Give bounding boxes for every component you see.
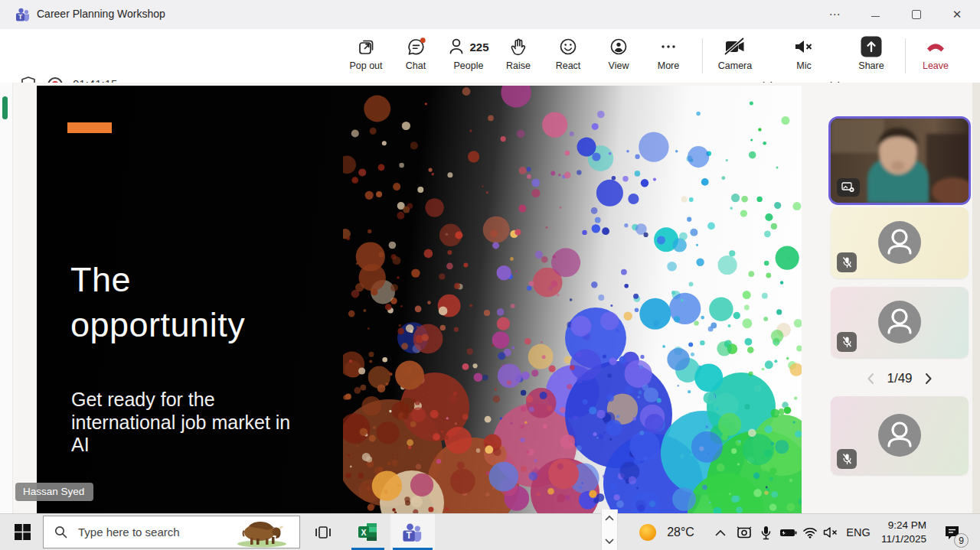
chat-button[interactable]: Chat: [391, 35, 440, 78]
background-scrollbar[interactable]: [601, 509, 618, 550]
right-edge-strip: [972, 83, 980, 513]
toolbar-divider: [702, 38, 703, 73]
bison-illustration-icon[interactable]: [230, 517, 293, 548]
search-icon: [54, 526, 67, 539]
windows-logo-icon: [15, 524, 31, 540]
slide-title: The opportunity: [70, 257, 300, 348]
more-label: More: [658, 60, 679, 71]
participant-tile[interactable]: [831, 287, 969, 358]
window-maximize-button[interactable]: [899, 0, 934, 29]
taskbar-search[interactable]: [43, 516, 300, 548]
toolbar-divider-2: [905, 38, 906, 73]
slide-accent-bar: [67, 122, 112, 133]
view-label: View: [609, 60, 629, 71]
presenter-name-label: Hassan Syed: [15, 483, 93, 501]
pager-next-icon[interactable]: [925, 373, 933, 385]
windows-taskbar: X T 28°C: [0, 513, 980, 550]
left-edge-strip: [0, 83, 13, 513]
window-close-button[interactable]: ✕: [939, 0, 975, 29]
teams-meeting-window: T Career Planning Workshop ⋯ ✕ 01:41:15 …: [0, 0, 980, 550]
share-icon: [860, 35, 883, 58]
tray-microphone-icon[interactable]: [756, 514, 775, 550]
participant-tile[interactable]: [831, 207, 969, 278]
tray-volume-muted-icon[interactable]: [820, 514, 841, 550]
taskbar-excel-button[interactable]: X: [349, 514, 386, 550]
people-icon: [448, 37, 466, 57]
paint-splatter-artwork: [343, 86, 802, 513]
chat-label: Chat: [406, 60, 426, 71]
teams-logo-icon: T: [15, 7, 31, 22]
react-label: React: [556, 60, 581, 71]
leave-button[interactable]: Leave: [911, 35, 960, 78]
view-button[interactable]: View: [594, 35, 643, 78]
chat-icon: [406, 35, 426, 58]
notification-count-badge[interactable]: 9: [954, 533, 969, 548]
raise-hand-button[interactable]: Raise: [494, 35, 543, 78]
presenter-video-tile[interactable]: [828, 116, 971, 205]
tray-battery-icon[interactable]: [776, 514, 799, 550]
window-more-button[interactable]: ⋯: [817, 0, 852, 29]
scroll-up-icon[interactable]: [605, 515, 614, 521]
window-minimize-button[interactable]: [858, 0, 893, 29]
participant-muted-badge: [837, 449, 857, 469]
mic-off-icon: [841, 453, 853, 465]
scroll-down-icon[interactable]: [605, 539, 614, 545]
close-icon: ✕: [952, 8, 962, 21]
participant-tile[interactable]: [831, 396, 969, 475]
search-input[interactable]: [77, 525, 225, 539]
share-button[interactable]: Share: [847, 35, 896, 78]
tray-camera-in-use-icon[interactable]: [733, 514, 755, 550]
participants-pager: 1/49: [831, 367, 969, 390]
svg-text:X: X: [361, 528, 366, 537]
mic-off-icon: [841, 256, 853, 268]
camera-button[interactable]: Camera: [710, 35, 760, 78]
camera-label: Camera: [718, 60, 752, 71]
title-bar: T Career Planning Workshop ⋯ ✕: [0, 0, 980, 30]
popout-icon: [357, 35, 376, 58]
participant-avatar-icon: [878, 414, 921, 457]
meeting-toolbar: 01:41:15 Pop out Chat 225 People: [0, 29, 980, 83]
chevron-up-icon: [715, 529, 726, 536]
people-label: People: [454, 60, 484, 71]
camera-off-icon: [724, 35, 746, 58]
start-button[interactable]: [6, 514, 38, 550]
participant-avatar-icon: [878, 301, 921, 343]
tray-hidden-icons-button[interactable]: [710, 514, 730, 550]
taskbar-teams-button[interactable]: T: [390, 514, 435, 550]
task-view-button[interactable]: [308, 514, 338, 550]
react-button[interactable]: React: [544, 35, 593, 78]
presentation-slide: The opportunity Get ready for the intern…: [37, 86, 802, 513]
react-smiley-icon: [558, 35, 578, 58]
weather-temperature[interactable]: 28°C: [662, 514, 700, 550]
people-button[interactable]: 225 People: [438, 35, 499, 78]
popout-button[interactable]: Pop out: [341, 35, 390, 78]
mic-muted-icon: [793, 35, 815, 58]
pager-count: 1/49: [887, 371, 912, 386]
leave-phone-icon: [924, 35, 947, 58]
people-count: 225: [469, 41, 488, 54]
tray-wifi-icon[interactable]: [799, 514, 821, 550]
excel-icon: X: [358, 522, 377, 542]
video-effects-icon: [841, 182, 855, 193]
tray-clock[interactable]: 9:24 PM 11/1/2025: [873, 514, 926, 550]
raise-label: Raise: [506, 60, 531, 71]
participant-muted-badge: [837, 332, 857, 352]
svg-text:T: T: [18, 13, 23, 21]
tray-time: 9:24 PM: [888, 519, 926, 532]
pager-prev-icon[interactable]: [867, 373, 874, 385]
mic-button[interactable]: Mic: [779, 35, 828, 78]
view-icon: [609, 35, 629, 58]
weather-sun-icon[interactable]: [637, 514, 658, 550]
window-title: Career Planning Workshop: [37, 8, 165, 20]
task-view-icon: [315, 526, 332, 539]
maximize-icon: [912, 10, 921, 19]
video-effects-button[interactable]: [837, 178, 860, 197]
raise-hand-icon: [508, 35, 528, 58]
mic-off-icon: [841, 336, 853, 348]
participant-avatar-icon: [878, 221, 921, 264]
tray-language[interactable]: ENG: [843, 514, 874, 550]
popout-label: Pop out: [349, 60, 382, 71]
tray-date: 11/1/2025: [881, 532, 926, 546]
minimize-icon: [871, 15, 880, 17]
more-button[interactable]: More: [644, 35, 693, 78]
